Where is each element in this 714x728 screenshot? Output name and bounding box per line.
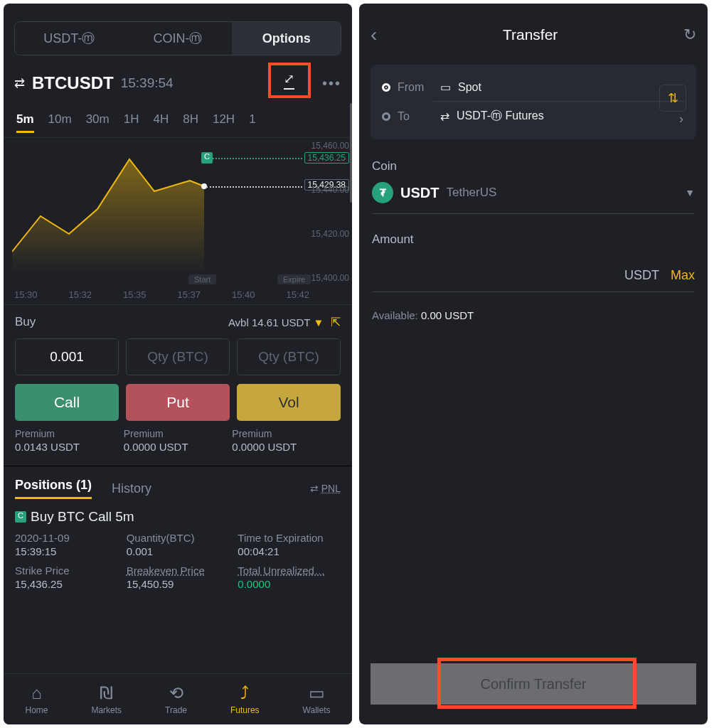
nav-markets[interactable]: ₪Markets — [91, 683, 122, 715]
time-value: 15:39:15 — [15, 545, 118, 557]
chart-line — [12, 145, 247, 273]
position-title: C Buy BTC Call 5m — [15, 509, 341, 525]
wallet-icon: ▭ — [440, 80, 451, 94]
expire-marker: Expire — [277, 274, 311, 284]
transfer-icon[interactable]: ⤢ — [284, 71, 294, 90]
quantity-input[interactable]: 0.001 — [15, 338, 119, 375]
to-value: USDT-ⓜ Futures — [457, 109, 544, 124]
start-marker: Start — [188, 274, 216, 284]
quantity-input-2[interactable]: Qty (BTC) — [126, 338, 230, 375]
premium-label: Premium — [15, 428, 124, 439]
tf-10m[interactable]: 10m — [48, 112, 72, 133]
chevron-down-icon: ▼ — [685, 187, 695, 198]
chevron-right-icon[interactable]: › — [679, 112, 683, 127]
history-icon[interactable]: ↻ — [683, 26, 696, 44]
breakeven-label: Breakeven Price — [127, 564, 230, 577]
nav-futures[interactable]: ⤴Futures — [230, 683, 260, 715]
quantity-input-3[interactable]: Qty (BTC) — [237, 338, 341, 375]
unrealized-label: Total Unrealized… — [238, 564, 341, 577]
pair-time: 15:39:54 — [121, 75, 174, 91]
coin-symbol: USDT — [400, 185, 439, 201]
amount-label: Amount — [372, 232, 695, 247]
close-price-line — [210, 158, 302, 159]
markets-icon: ₪ — [100, 683, 113, 703]
buy-panel: Buy Avbl 14.61 USDT ▼ ⇱ 0.001 Qty (BTC) … — [4, 305, 352, 466]
tab-positions[interactable]: Positions (1) — [15, 478, 92, 499]
last-price-line — [206, 186, 302, 188]
contract-type-tabs: USDT-ⓜ COIN-ⓜ Options — [14, 21, 341, 55]
tab-coin-m[interactable]: COIN-ⓜ — [124, 22, 233, 55]
coin-label: Coin — [372, 159, 695, 173]
unrealized-value: 0.0000 — [238, 578, 341, 590]
nav-trade[interactable]: ⟲Trade — [165, 683, 187, 715]
y-axis-labels: 15,460.00 15,440.00 15,420.00 15,400.00 — [311, 141, 349, 283]
deposit-icon[interactable]: ⇱ — [331, 316, 341, 329]
available-row: Available: 0.00 USDT — [359, 296, 708, 334]
available-balance[interactable]: Avbl 14.61 USDT ▼ — [228, 316, 324, 328]
swap-direction-button[interactable]: ⇅ — [659, 85, 686, 112]
max-button[interactable]: Max — [671, 268, 695, 283]
tf-8h[interactable]: 8H — [183, 112, 198, 133]
back-icon[interactable]: ‹ — [371, 23, 377, 46]
to-row[interactable]: To ⇄ USDT-ⓜ Futures — [382, 105, 685, 128]
tab-history[interactable]: History — [112, 481, 151, 496]
call-button[interactable]: Call — [15, 384, 119, 421]
futures-icon: ⇄ — [440, 109, 449, 123]
coin-selector[interactable]: ₮ USDT TetherUS ▼ — [372, 182, 695, 214]
breakeven-value: 15,450.59 — [127, 578, 230, 590]
trade-icon: ⟲ — [169, 683, 183, 703]
timeframe-row: 5m 10m 30m 1H 4H 8H 12H 1 — [4, 107, 352, 138]
bottom-nav: ⌂Home ₪Markets ⟲Trade ⤴Futures ▭Wallets — [4, 673, 352, 724]
tf-5m[interactable]: 5m — [16, 112, 34, 133]
tf-1h[interactable]: 1H — [124, 112, 139, 133]
coin-section: Coin ₮ USDT TetherUS ▼ — [359, 145, 708, 218]
to-label: To — [398, 110, 433, 123]
buy-label: Buy — [15, 315, 36, 330]
home-icon: ⌂ — [31, 683, 42, 703]
expiration-value: 00:04:21 — [238, 545, 341, 557]
transfer-screen: ‹ Transfer ↻ From ▭ Spot To ⇄ USDT-ⓜ Fut… — [359, 4, 708, 724]
date-label: 2020-11-09 — [15, 532, 118, 544]
tab-usdt-m[interactable]: USDT-ⓜ — [15, 22, 124, 55]
coin-name: TetherUS — [446, 186, 496, 200]
call-badge-icon: C — [15, 511, 26, 523]
available-label: Available: — [372, 309, 418, 321]
more-icon[interactable]: ••• — [318, 75, 341, 92]
from-row[interactable]: From ▭ Spot — [382, 76, 685, 98]
pnl-button[interactable]: ⇄ PNL — [310, 483, 341, 494]
put-button[interactable]: Put — [126, 384, 230, 421]
tf-12h[interactable]: 12H — [213, 112, 235, 133]
x-axis-labels: 15:30 15:32 15:35 15:37 15:40 15:42 — [14, 289, 309, 300]
vol-button[interactable]: Vol — [237, 384, 341, 421]
strike-label: Strike Price — [15, 564, 118, 577]
tf-4h[interactable]: 4H — [153, 112, 169, 133]
transfer-header: ‹ Transfer ↻ — [359, 4, 708, 59]
radio-on-icon — [382, 83, 390, 92]
futures-icon: ⤴ — [240, 683, 249, 703]
swap-icon[interactable]: ⇄ — [14, 75, 25, 91]
amount-section: Amount USDT Max — [359, 218, 708, 296]
tf-30m[interactable]: 30m — [86, 112, 110, 133]
position-card: C Buy BTC Call 5m 2020-11-09 15:39:15 Qu… — [4, 503, 352, 596]
tf-more[interactable]: 1 — [249, 112, 255, 133]
tab-options[interactable]: Options — [232, 22, 341, 55]
confirm-highlight — [437, 658, 636, 709]
available-value: 0.00 USDT — [421, 309, 474, 321]
amount-input-row[interactable]: USDT Max — [372, 255, 695, 292]
from-label: From — [398, 81, 433, 94]
tether-icon: ₮ — [372, 182, 393, 203]
nav-wallets[interactable]: ▭Wallets — [303, 683, 331, 715]
premium-label: Premium — [124, 428, 233, 439]
pair-symbol[interactable]: BTCUSDT — [32, 73, 114, 93]
nav-home[interactable]: ⌂Home — [25, 683, 48, 715]
radio-off-icon — [382, 112, 390, 121]
divider — [433, 101, 685, 102]
premium-value: 0.0143 USDT — [15, 441, 124, 453]
from-to-card: From ▭ Spot To ⇄ USDT-ⓜ Futures ⇅ › — [371, 65, 696, 139]
premium-label: Premium — [232, 428, 341, 439]
premium-value: 0.0000 USDT — [232, 441, 341, 453]
premium-value: 0.0000 USDT — [124, 441, 233, 453]
page-title: Transfer — [503, 26, 558, 43]
price-chart[interactable]: C 15,436.25 15,429.38 15,460.00 15,440.0… — [4, 138, 352, 305]
wallets-icon: ▭ — [309, 683, 325, 703]
